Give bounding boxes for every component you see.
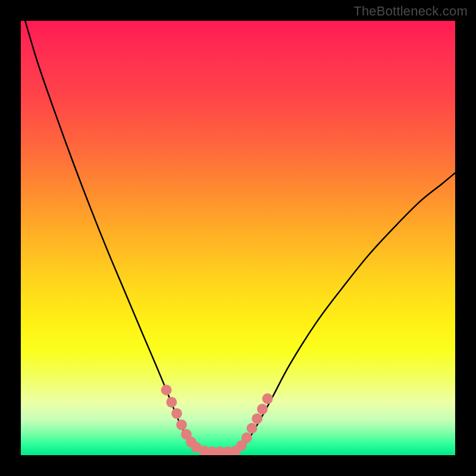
highlight-dot: [242, 433, 252, 443]
highlight-dot: [166, 397, 177, 408]
highlight-dot: [171, 408, 182, 419]
highlight-dot: [252, 414, 262, 424]
plot-area: [21, 21, 455, 455]
highlight-dot: [176, 419, 187, 430]
watermark-text: TheBottleneck.com: [353, 4, 468, 19]
bottleneck-curve: [25, 21, 455, 453]
highlight-dot: [257, 404, 268, 415]
chart-frame: TheBottleneck.com: [0, 0, 476, 476]
highlight-dot: [246, 423, 257, 434]
series-group: [25, 21, 455, 453]
highlight-dot: [262, 393, 273, 404]
highlight-dot: [161, 385, 172, 396]
chart-svg: [21, 21, 455, 455]
